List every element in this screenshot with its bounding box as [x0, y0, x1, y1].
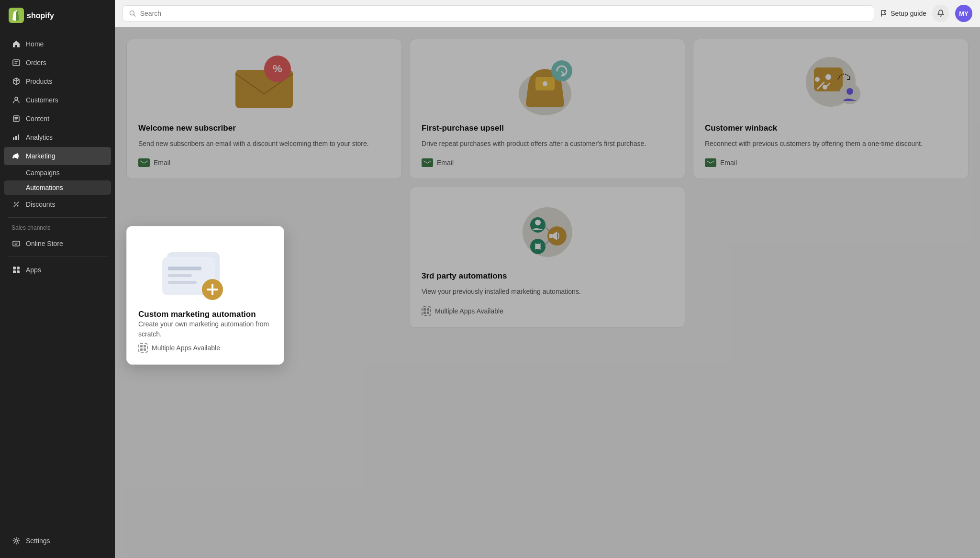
marketing-icon	[11, 151, 21, 161]
home-icon	[11, 39, 21, 49]
svg-rect-5	[13, 137, 14, 140]
svg-rect-50	[168, 267, 201, 270]
products-icon	[11, 77, 21, 86]
svg-rect-56	[140, 348, 143, 351]
bell-icon	[937, 10, 945, 17]
topbar-actions: Setup guide MY	[880, 5, 972, 22]
svg-rect-52	[168, 281, 197, 284]
sidebar-item-home[interactable]: Home	[4, 35, 111, 53]
svg-rect-6	[15, 136, 17, 140]
sales-channels-label: Sales channels	[0, 222, 115, 234]
sidebar-item-automations[interactable]: Automations	[4, 180, 111, 195]
svg-point-8	[12, 156, 14, 158]
svg-rect-51	[168, 274, 192, 277]
sidebar-item-automations-label: Automations	[26, 184, 63, 191]
sidebar-item-campaigns-label: Campaigns	[26, 169, 60, 177]
multiple-apps-icon	[138, 343, 148, 353]
shopify-wordmark: shopify	[27, 10, 65, 21]
discounts-icon	[11, 200, 21, 209]
analytics-icon	[11, 133, 21, 142]
sidebar-item-online-store-label: Online Store	[26, 240, 63, 247]
settings-icon	[11, 536, 21, 546]
svg-rect-12	[13, 267, 16, 269]
sidebar-item-home-label: Home	[26, 40, 44, 48]
sidebar: shopify Home Orders Products	[0, 0, 115, 558]
sidebar-divider-1	[8, 217, 107, 218]
svg-rect-7	[18, 134, 19, 140]
modal-card-image	[138, 238, 272, 310]
sidebar-item-campaigns[interactable]: Campaigns	[4, 166, 111, 180]
sidebar-logo: shopify	[0, 0, 115, 31]
svg-point-16	[15, 540, 18, 542]
sidebar-item-products-label: Products	[26, 78, 52, 85]
setup-guide-button[interactable]: Setup guide	[880, 10, 926, 17]
content-icon	[11, 114, 21, 123]
shopify-logo-icon	[9, 8, 24, 23]
orders-icon	[11, 58, 21, 67]
sidebar-item-customers[interactable]: Customers	[4, 91, 111, 109]
custom-automation-illustration	[153, 238, 258, 310]
sidebar-divider-2	[8, 257, 107, 257]
sidebar-item-apps[interactable]: Apps	[4, 261, 111, 279]
modal-card-custom-automation: Custom marketing automation Create your …	[126, 226, 284, 365]
sidebar-item-discounts[interactable]: Discounts	[4, 195, 111, 213]
sidebar-item-content[interactable]: Content	[4, 110, 111, 128]
sidebar-item-marketing-label: Marketing	[26, 152, 55, 160]
apps-icon	[11, 265, 21, 275]
svg-rect-54	[140, 345, 143, 347]
svg-rect-13	[17, 267, 20, 269]
svg-point-9	[14, 202, 16, 204]
svg-rect-2	[13, 60, 20, 66]
sidebar-item-settings[interactable]: Settings	[4, 532, 111, 550]
svg-rect-57	[144, 348, 146, 351]
main-area: Setup guide MY	[115, 0, 980, 558]
online-store-icon	[11, 239, 21, 248]
svg-point-3	[15, 97, 18, 100]
sidebar-bottom: Settings	[0, 527, 115, 558]
avatar[interactable]: MY	[955, 5, 972, 22]
content-area: % Welcome new subscriber Send new subscr…	[115, 27, 980, 558]
svg-rect-15	[17, 270, 20, 273]
search-input[interactable]	[140, 10, 869, 17]
svg-rect-14	[13, 270, 16, 273]
sidebar-item-analytics-label: Analytics	[26, 134, 53, 141]
setup-guide-label: Setup guide	[891, 10, 926, 17]
search-bar[interactable]	[122, 5, 874, 22]
flag-icon	[880, 10, 888, 17]
sidebar-navigation: Home Orders Products Customers	[0, 31, 115, 527]
svg-rect-55	[144, 345, 146, 347]
sidebar-item-analytics[interactable]: Analytics	[4, 128, 111, 146]
notifications-button[interactable]	[932, 5, 949, 22]
sidebar-item-settings-label: Settings	[26, 537, 50, 545]
modal-card-footer-label: Multiple Apps Available	[152, 344, 220, 352]
sidebar-item-discounts-label: Discounts	[26, 201, 55, 208]
sidebar-item-products[interactable]: Products	[4, 72, 111, 90]
sidebar-item-customers-label: Customers	[26, 96, 58, 104]
modal-card-footer: Multiple Apps Available	[138, 339, 272, 353]
customers-icon	[11, 95, 21, 105]
sidebar-item-orders[interactable]: Orders	[4, 54, 111, 72]
svg-text:shopify: shopify	[27, 11, 54, 20]
sidebar-item-content-label: Content	[26, 115, 49, 123]
sidebar-item-online-store[interactable]: Online Store	[4, 234, 111, 253]
sidebar-item-marketing[interactable]: Marketing	[4, 147, 111, 165]
modal-card-desc: Create your own marketing automation fro…	[138, 319, 272, 339]
modal-card-title: Custom marketing automation	[138, 310, 272, 319]
search-icon	[129, 10, 136, 17]
shopify-logo: shopify	[9, 8, 65, 23]
topbar: Setup guide MY	[115, 0, 980, 27]
svg-point-10	[17, 205, 19, 207]
sidebar-item-apps-label: Apps	[26, 266, 41, 274]
sidebar-item-orders-label: Orders	[26, 59, 46, 67]
svg-rect-11	[13, 241, 20, 246]
